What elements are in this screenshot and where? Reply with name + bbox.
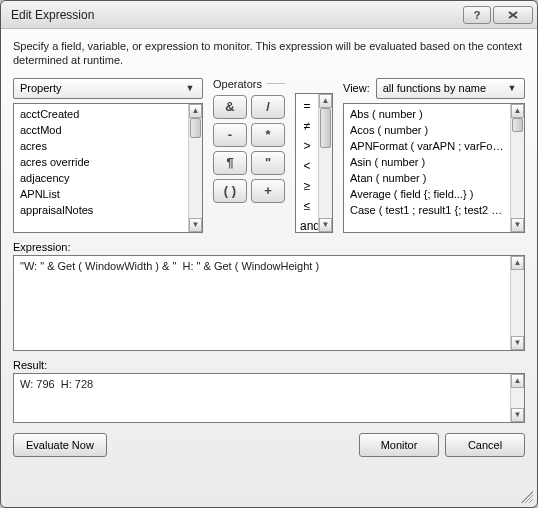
op-minus-button[interactable]: - [213, 123, 247, 147]
resize-grip[interactable] [521, 491, 533, 503]
scrollbar[interactable]: ▲ ▼ [510, 256, 524, 350]
close-icon [506, 9, 520, 21]
operators-grid: & / - * ¶ " ( ) + [213, 95, 285, 203]
op-multiply-button[interactable]: * [251, 123, 285, 147]
cmp-item[interactable]: > [296, 136, 318, 156]
button-row: Evaluate Now Monitor Cancel [13, 433, 525, 457]
help-icon: ? [471, 9, 483, 21]
scrollbar[interactable]: ▲ ▼ [510, 374, 524, 422]
intro-text: Specify a field, variable, or expression… [13, 39, 525, 68]
property-column: Property ▼ acctCreated acctMod acres acr… [13, 78, 203, 233]
chevron-down-icon: ▼ [504, 83, 520, 93]
view-dropdown-label: all functions by name [383, 82, 504, 94]
cmp-item[interactable]: ≠ [296, 116, 318, 136]
svg-text:?: ? [474, 9, 481, 21]
list-item[interactable]: APNFormat ( varAPN ; varFormat ) [344, 138, 510, 154]
titlebar: Edit Expression ? [1, 1, 537, 29]
result-label: Result: [13, 359, 525, 371]
operators-label: Operators [213, 78, 285, 90]
expression-input[interactable]: "W: " & Get ( WindowWidth ) & " H: " & G… [13, 255, 525, 351]
op-quote-button[interactable]: " [251, 151, 285, 175]
cmp-item[interactable]: = [296, 96, 318, 116]
result-output: W: 796 H: 728 ▲ ▼ [13, 373, 525, 423]
list-item[interactable]: acctCreated [14, 106, 188, 122]
scroll-up-icon[interactable]: ▲ [189, 104, 202, 118]
list-item[interactable]: Case ( test1 ; result1 {; test2 ; resul.… [344, 202, 510, 218]
cmp-item[interactable]: < [296, 156, 318, 176]
property-listbox[interactable]: acctCreated acctMod acres acres override… [13, 103, 203, 233]
scrollbar[interactable]: ▲ ▼ [188, 104, 202, 232]
help-button[interactable]: ? [463, 6, 491, 24]
close-button[interactable] [493, 6, 533, 24]
comparisons-column: = ≠ > < ≥ ≤ and ▲ ▼ [295, 93, 333, 233]
list-item[interactable]: Acos ( number ) [344, 122, 510, 138]
view-column: View: all functions by name ▼ Abs ( numb… [343, 78, 525, 233]
list-item[interactable]: Atan ( number ) [344, 170, 510, 186]
comparisons-listbox[interactable]: = ≠ > < ≥ ≤ and ▲ ▼ [295, 93, 333, 233]
top-row: Property ▼ acctCreated acctMod acres acr… [13, 78, 525, 233]
scroll-down-icon[interactable]: ▼ [511, 336, 524, 350]
result-text: W: 796 H: 728 [14, 374, 510, 422]
cmp-item[interactable]: ≤ [296, 196, 318, 216]
op-divide-button[interactable]: / [251, 95, 285, 119]
scroll-up-icon[interactable]: ▲ [511, 104, 524, 118]
op-parens-button[interactable]: ( ) [213, 179, 247, 203]
cmp-item[interactable]: and [296, 216, 318, 233]
scroll-up-icon[interactable]: ▲ [511, 256, 524, 270]
view-label: View: [343, 82, 370, 94]
dialog-content: Specify a field, variable, or expression… [1, 29, 537, 507]
list-item[interactable]: acres [14, 138, 188, 154]
op-plus-button[interactable]: + [251, 179, 285, 203]
functions-listbox[interactable]: Abs ( number ) Acos ( number ) APNFormat… [343, 103, 525, 233]
list-item[interactable]: acres override [14, 154, 188, 170]
monitor-button[interactable]: Monitor [359, 433, 439, 457]
list-item[interactable]: Asin ( number ) [344, 154, 510, 170]
expression-text: "W: " & Get ( WindowWidth ) & " H: " & G… [14, 256, 510, 350]
scroll-down-icon[interactable]: ▼ [189, 218, 202, 232]
op-concat-button[interactable]: & [213, 95, 247, 119]
op-paragraph-button[interactable]: ¶ [213, 151, 247, 175]
scroll-down-icon[interactable]: ▼ [511, 408, 524, 422]
list-item[interactable]: adjacency [14, 170, 188, 186]
list-item[interactable]: Average ( field {; field...} ) [344, 186, 510, 202]
chevron-down-icon: ▼ [182, 83, 198, 93]
edit-expression-dialog: Edit Expression ? Specify a field, varia… [0, 0, 538, 508]
expression-label: Expression: [13, 241, 525, 253]
list-item[interactable]: appraisalNotes [14, 202, 188, 218]
scrollbar[interactable]: ▲ ▼ [318, 94, 332, 232]
scroll-down-icon[interactable]: ▼ [319, 218, 332, 232]
window-title: Edit Expression [11, 8, 461, 22]
property-dropdown-label: Property [20, 82, 182, 94]
scroll-up-icon[interactable]: ▲ [319, 94, 332, 108]
list-item[interactable]: Abs ( number ) [344, 106, 510, 122]
view-dropdown[interactable]: all functions by name ▼ [376, 78, 525, 99]
scrollbar[interactable]: ▲ ▼ [510, 104, 524, 232]
cancel-button[interactable]: Cancel [445, 433, 525, 457]
property-dropdown[interactable]: Property ▼ [13, 78, 203, 99]
evaluate-now-button[interactable]: Evaluate Now [13, 433, 107, 457]
scroll-down-icon[interactable]: ▼ [511, 218, 524, 232]
list-item[interactable]: APNList [14, 186, 188, 202]
operators-column: Operators & / - * ¶ " ( ) + [213, 78, 285, 233]
cmp-item[interactable]: ≥ [296, 176, 318, 196]
scroll-up-icon[interactable]: ▲ [511, 374, 524, 388]
list-item[interactable]: acctMod [14, 122, 188, 138]
